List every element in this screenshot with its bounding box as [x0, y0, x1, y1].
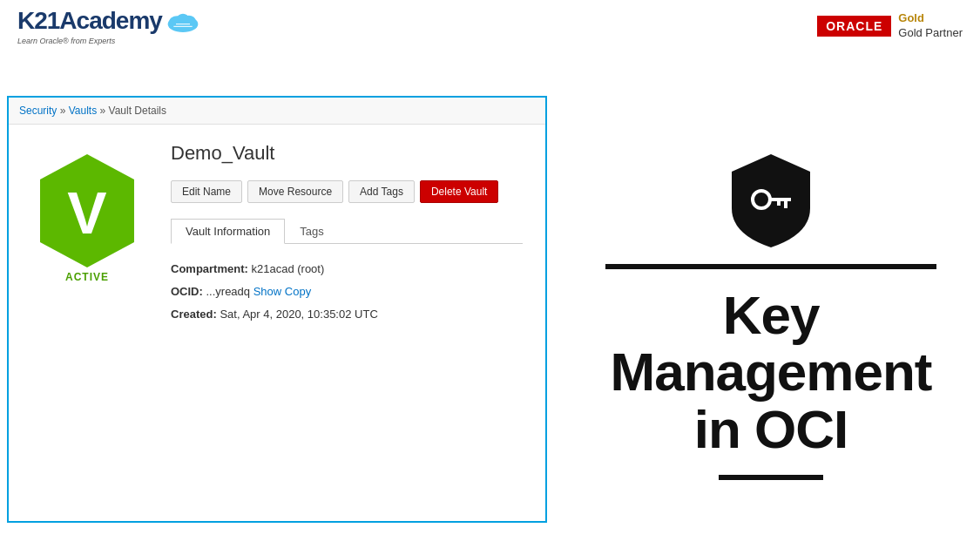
vault-details: Demo_Vault Edit Name Move Resource Add T… [157, 133, 537, 513]
vault-tabs: Vault Information Tags [171, 219, 523, 244]
tab-vault-information[interactable]: Vault Information [171, 219, 285, 244]
cloud-icon [166, 8, 200, 34]
k21-logo: K21Academy [17, 7, 200, 35]
delete-vault-button[interactable]: Delete Vault [420, 180, 498, 203]
tab-tags[interactable]: Tags [285, 219, 338, 243]
created-row: Created: Sat, Apr 4, 2020, 10:35:02 UTC [171, 303, 523, 326]
add-tags-button[interactable]: Add Tags [348, 180, 415, 203]
ocid-row: OCID: ...yreadq Show Copy [171, 281, 523, 303]
oracle-logo: ORACLE [817, 16, 891, 37]
logo-tagline: Learn Oracle® from Experts [17, 37, 115, 45]
gold-partner-text: Gold Gold Partner [898, 11, 963, 41]
action-buttons: Edit Name Move Resource Add Tags Delete … [171, 180, 523, 203]
edit-name-button[interactable]: Edit Name [171, 180, 242, 203]
svg-text:V: V [67, 179, 106, 246]
vault-information-content: Compartment: k21acad (root) OCID: ...yre… [171, 258, 523, 326]
vault-hexagon: V [35, 151, 139, 264]
breadcrumb: Security » Vaults » Vault Details [9, 98, 545, 125]
top-divider [605, 264, 936, 269]
vault-name: Demo_Vault [171, 142, 523, 165]
breadcrumb-current: Vault Details [109, 105, 166, 117]
logo-area: K21Academy Learn Oracle® from Experts [17, 7, 200, 45]
bottom-divider [719, 475, 823, 480]
key-management-panel: Key Management in OCI [562, 87, 980, 540]
breadcrumb-security[interactable]: Security [19, 105, 57, 117]
vault-status-badge: ACTIVE [65, 271, 109, 283]
vault-icon-area: V ACTIVE [17, 133, 157, 513]
compartment-row: Compartment: k21acad (root) [171, 258, 523, 281]
header: K21Academy Learn Oracle® from Experts OR… [0, 0, 980, 52]
vault-content: V ACTIVE Demo_Vault Edit Name Move Resou… [9, 125, 545, 522]
breadcrumb-vaults[interactable]: Vaults [69, 105, 97, 117]
ocid-show-link[interactable]: Show [253, 285, 282, 298]
oci-screenshot-panel: Security » Vaults » Vault Details V ACTI… [7, 96, 547, 523]
logo-text: K21Academy [17, 7, 162, 35]
compartment-label: Compartment: [171, 262, 248, 275]
oracle-badge: ORACLE Gold Gold Partner [817, 11, 963, 41]
created-label: Created: [171, 308, 217, 321]
svg-point-3 [177, 14, 188, 24]
key-management-title: Key Management in OCI [611, 287, 932, 457]
ocid-label: OCID: [171, 285, 203, 298]
move-resource-button[interactable]: Move Resource [247, 180, 343, 203]
ocid-copy-link[interactable]: Copy [285, 285, 311, 298]
shield-key-icon [723, 147, 819, 255]
